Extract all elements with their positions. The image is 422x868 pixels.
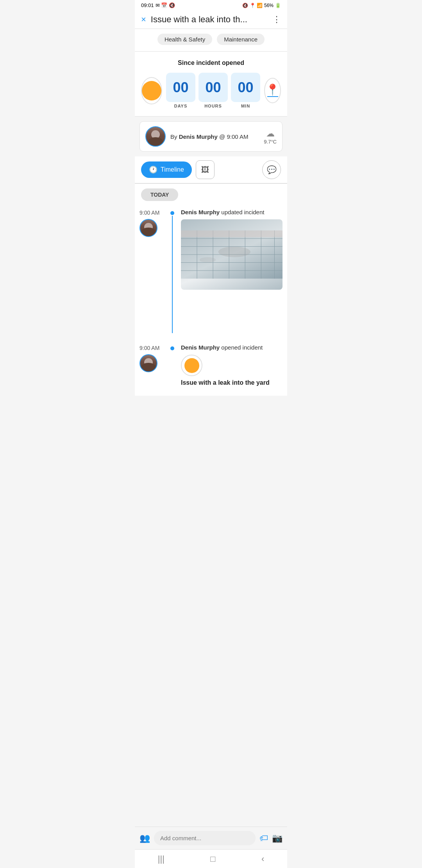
timeline-content-1: Denis Murphy updated incident <box>177 209 283 290</box>
event-action-2: opened incident <box>221 344 263 351</box>
timer-boxes: 00 DAYS 00 HOURS 00 MIN <box>166 73 260 108</box>
timeline-dot-1 <box>170 210 175 216</box>
tag-health-safety[interactable]: Health & Safety <box>157 34 212 45</box>
location-button[interactable]: 📍 <box>264 78 281 103</box>
chat-icon: 💬 <box>267 165 277 174</box>
status-indicator-circle <box>141 77 162 104</box>
gallery-tab[interactable]: 🖼 <box>196 160 215 179</box>
timeline-vertical-line-1 <box>172 216 173 333</box>
gallery-icon: 🖼 <box>201 165 209 174</box>
timer-hours-label: HOURS <box>204 104 222 108</box>
svg-rect-12 <box>181 230 283 237</box>
timer-days-box: 00 DAYS <box>166 73 195 108</box>
header: × Issue with a leak into th... ⋮ <box>135 11 287 29</box>
incident-image[interactable] <box>181 219 283 290</box>
timeline-avatar-1 <box>139 219 157 237</box>
page-title: Issue with a leak into th... <box>151 14 268 25</box>
status-battery: 56% <box>264 3 274 8</box>
timeline-dot-2 <box>170 346 175 351</box>
event-person-name-2: Denis Murphy <box>181 344 220 351</box>
timer-min-value: 00 <box>231 73 260 102</box>
timeline-time-1: 9:00 AM <box>139 209 168 216</box>
reporter-card: By Denis Murphy @ 9:00 AM ☁ 9.7°C <box>139 121 283 152</box>
timeline-avatar-2 <box>139 354 157 372</box>
timer-hours-box: 00 HOURS <box>198 73 228 108</box>
status-bar: 09:01 ✉ 📅 🔇 🔇 📍 📶 56% 🔋 <box>135 0 287 11</box>
weather-info: ☁ 9.7°C <box>264 129 277 145</box>
incident-status-dot <box>184 358 199 373</box>
location-pin-icon: 📍 <box>266 84 279 95</box>
reporter-by-label: By <box>170 133 179 140</box>
incident-title: Issue with a leak into the yard <box>181 379 283 386</box>
status-time: 09:01 <box>141 2 154 8</box>
incident-status-circle <box>181 355 202 376</box>
clock-icon: 🕐 <box>149 165 157 174</box>
timer-min-box: 00 MIN <box>231 73 260 108</box>
reporter-time: @ 9:00 AM <box>218 133 249 140</box>
timeline-event-text-1: Denis Murphy updated incident <box>181 209 283 215</box>
svg-point-14 <box>200 257 216 263</box>
today-badge: TODAY <box>141 188 178 201</box>
status-icons: ✉ 📅 🔇 <box>156 2 175 8</box>
status-dot-orange <box>142 81 161 100</box>
timeline-section: TODAY 9:00 AM Denis Murphy updated incid… <box>135 184 287 396</box>
chat-tab[interactable]: 💬 <box>262 160 281 179</box>
reporter-avatar <box>145 126 166 147</box>
cloud-icon: ☁ <box>266 129 275 139</box>
timer-days-label: DAYS <box>174 104 188 108</box>
timeline-item-2: 9:00 AM Denis Murphy opened incident Iss… <box>135 341 287 389</box>
toolbar: 🕐 Timeline 🖼 💬 <box>135 156 287 183</box>
battery-icon: 🔋 <box>275 3 281 8</box>
reporter-name: Denis Murphy <box>179 133 218 140</box>
timeline-tab-label: Timeline <box>161 166 184 173</box>
svg-point-13 <box>218 246 250 257</box>
tag-maintenance[interactable]: Maintenance <box>217 34 265 45</box>
timeline-event-text-2: Denis Murphy opened incident <box>181 344 283 351</box>
status-signal: 🔇 📍 📶 <box>242 3 263 8</box>
timer-min-label: MIN <box>241 104 250 108</box>
location-line <box>267 96 278 97</box>
event-action-1: updated incident <box>221 209 264 215</box>
timeline-item: 9:00 AM Denis Murphy updated incident <box>135 206 287 336</box>
close-button[interactable]: × <box>141 14 146 25</box>
reporter-text: By Denis Murphy @ 9:00 AM <box>170 133 259 140</box>
timeline-line-1 <box>168 209 177 333</box>
timer-days-value: 00 <box>166 73 195 102</box>
more-menu-button[interactable]: ⋮ <box>272 14 281 25</box>
timer-hours-value: 00 <box>198 73 228 102</box>
timeline-tab[interactable]: 🕐 Timeline <box>141 161 192 178</box>
temperature: 9.7°C <box>264 139 277 145</box>
timeline-time-2: 9:00 AM <box>139 344 168 351</box>
timeline-content-2: Denis Murphy opened incident Issue with … <box>177 344 283 386</box>
tags-row: Health & Safety Maintenance <box>135 29 287 52</box>
timeline-line-2 <box>168 344 177 386</box>
timer-label: Since incident opened <box>141 59 281 66</box>
event-person-name-1: Denis Murphy <box>181 209 220 215</box>
timer-section: Since incident opened 00 DAYS 00 HOURS 0… <box>135 52 287 117</box>
